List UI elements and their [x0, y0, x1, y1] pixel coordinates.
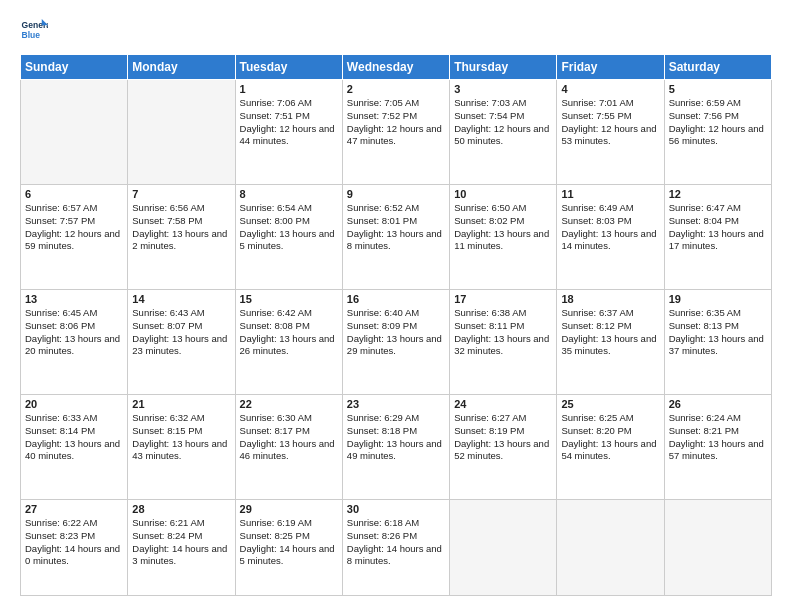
day-number: 12: [669, 188, 767, 200]
weekday-header: SundayMondayTuesdayWednesdayThursdayFrid…: [21, 55, 772, 80]
calendar-day-cell: [450, 499, 557, 595]
day-number: 16: [347, 293, 445, 305]
day-number: 30: [347, 503, 445, 515]
weekday-header-cell: Thursday: [450, 55, 557, 80]
calendar-week-row: 20Sunrise: 6:33 AM Sunset: 8:14 PM Dayli…: [21, 394, 772, 499]
calendar-day-cell: 17Sunrise: 6:38 AM Sunset: 8:11 PM Dayli…: [450, 289, 557, 394]
calendar-day-cell: 13Sunrise: 6:45 AM Sunset: 8:06 PM Dayli…: [21, 289, 128, 394]
calendar-day-cell: 6Sunrise: 6:57 AM Sunset: 7:57 PM Daylig…: [21, 184, 128, 289]
calendar-day-cell: 3Sunrise: 7:03 AM Sunset: 7:54 PM Daylig…: [450, 80, 557, 185]
day-number: 23: [347, 398, 445, 410]
day-info: Sunrise: 6:30 AM Sunset: 8:17 PM Dayligh…: [240, 412, 338, 463]
calendar-day-cell: 4Sunrise: 7:01 AM Sunset: 7:55 PM Daylig…: [557, 80, 664, 185]
day-info: Sunrise: 6:47 AM Sunset: 8:04 PM Dayligh…: [669, 202, 767, 253]
svg-text:Blue: Blue: [22, 30, 41, 40]
day-number: 29: [240, 503, 338, 515]
page: General Blue SundayMondayTuesdayWednesda…: [0, 0, 792, 612]
day-number: 8: [240, 188, 338, 200]
calendar-day-cell: 22Sunrise: 6:30 AM Sunset: 8:17 PM Dayli…: [235, 394, 342, 499]
day-number: 25: [561, 398, 659, 410]
weekday-header-cell: Friday: [557, 55, 664, 80]
day-info: Sunrise: 6:35 AM Sunset: 8:13 PM Dayligh…: [669, 307, 767, 358]
day-info: Sunrise: 6:52 AM Sunset: 8:01 PM Dayligh…: [347, 202, 445, 253]
day-number: 21: [132, 398, 230, 410]
calendar-day-cell: 16Sunrise: 6:40 AM Sunset: 8:09 PM Dayli…: [342, 289, 449, 394]
day-number: 17: [454, 293, 552, 305]
day-number: 14: [132, 293, 230, 305]
day-number: 24: [454, 398, 552, 410]
calendar-week-row: 1Sunrise: 7:06 AM Sunset: 7:51 PM Daylig…: [21, 80, 772, 185]
calendar-day-cell: [128, 80, 235, 185]
day-number: 20: [25, 398, 123, 410]
calendar-day-cell: 23Sunrise: 6:29 AM Sunset: 8:18 PM Dayli…: [342, 394, 449, 499]
day-info: Sunrise: 6:22 AM Sunset: 8:23 PM Dayligh…: [25, 517, 123, 568]
calendar-day-cell: 20Sunrise: 6:33 AM Sunset: 8:14 PM Dayli…: [21, 394, 128, 499]
calendar-day-cell: 25Sunrise: 6:25 AM Sunset: 8:20 PM Dayli…: [557, 394, 664, 499]
calendar-day-cell: 30Sunrise: 6:18 AM Sunset: 8:26 PM Dayli…: [342, 499, 449, 595]
calendar-day-cell: 11Sunrise: 6:49 AM Sunset: 8:03 PM Dayli…: [557, 184, 664, 289]
day-number: 9: [347, 188, 445, 200]
day-info: Sunrise: 6:24 AM Sunset: 8:21 PM Dayligh…: [669, 412, 767, 463]
calendar-day-cell: 26Sunrise: 6:24 AM Sunset: 8:21 PM Dayli…: [664, 394, 771, 499]
day-number: 13: [25, 293, 123, 305]
day-info: Sunrise: 6:49 AM Sunset: 8:03 PM Dayligh…: [561, 202, 659, 253]
calendar-week-row: 6Sunrise: 6:57 AM Sunset: 7:57 PM Daylig…: [21, 184, 772, 289]
day-info: Sunrise: 6:43 AM Sunset: 8:07 PM Dayligh…: [132, 307, 230, 358]
day-number: 22: [240, 398, 338, 410]
day-number: 19: [669, 293, 767, 305]
logo: General Blue: [20, 16, 48, 44]
day-info: Sunrise: 6:19 AM Sunset: 8:25 PM Dayligh…: [240, 517, 338, 568]
day-number: 5: [669, 83, 767, 95]
day-info: Sunrise: 6:59 AM Sunset: 7:56 PM Dayligh…: [669, 97, 767, 148]
day-number: 15: [240, 293, 338, 305]
calendar-day-cell: 1Sunrise: 7:06 AM Sunset: 7:51 PM Daylig…: [235, 80, 342, 185]
day-number: 3: [454, 83, 552, 95]
calendar-day-cell: 27Sunrise: 6:22 AM Sunset: 8:23 PM Dayli…: [21, 499, 128, 595]
day-number: 10: [454, 188, 552, 200]
calendar-day-cell: 14Sunrise: 6:43 AM Sunset: 8:07 PM Dayli…: [128, 289, 235, 394]
calendar-day-cell: 2Sunrise: 7:05 AM Sunset: 7:52 PM Daylig…: [342, 80, 449, 185]
day-info: Sunrise: 7:03 AM Sunset: 7:54 PM Dayligh…: [454, 97, 552, 148]
weekday-header-cell: Saturday: [664, 55, 771, 80]
day-number: 11: [561, 188, 659, 200]
calendar-day-cell: 24Sunrise: 6:27 AM Sunset: 8:19 PM Dayli…: [450, 394, 557, 499]
calendar-day-cell: 5Sunrise: 6:59 AM Sunset: 7:56 PM Daylig…: [664, 80, 771, 185]
calendar-day-cell: [557, 499, 664, 595]
calendar-day-cell: 9Sunrise: 6:52 AM Sunset: 8:01 PM Daylig…: [342, 184, 449, 289]
weekday-header-cell: Sunday: [21, 55, 128, 80]
day-number: 7: [132, 188, 230, 200]
day-info: Sunrise: 6:56 AM Sunset: 7:58 PM Dayligh…: [132, 202, 230, 253]
calendar-day-cell: 21Sunrise: 6:32 AM Sunset: 8:15 PM Dayli…: [128, 394, 235, 499]
day-info: Sunrise: 6:21 AM Sunset: 8:24 PM Dayligh…: [132, 517, 230, 568]
calendar-day-cell: 12Sunrise: 6:47 AM Sunset: 8:04 PM Dayli…: [664, 184, 771, 289]
calendar-week-row: 13Sunrise: 6:45 AM Sunset: 8:06 PM Dayli…: [21, 289, 772, 394]
day-info: Sunrise: 6:45 AM Sunset: 8:06 PM Dayligh…: [25, 307, 123, 358]
calendar-week-row: 27Sunrise: 6:22 AM Sunset: 8:23 PM Dayli…: [21, 499, 772, 595]
day-info: Sunrise: 6:37 AM Sunset: 8:12 PM Dayligh…: [561, 307, 659, 358]
day-number: 26: [669, 398, 767, 410]
day-number: 4: [561, 83, 659, 95]
day-info: Sunrise: 6:50 AM Sunset: 8:02 PM Dayligh…: [454, 202, 552, 253]
header: General Blue: [20, 16, 772, 44]
day-number: 2: [347, 83, 445, 95]
day-info: Sunrise: 7:06 AM Sunset: 7:51 PM Dayligh…: [240, 97, 338, 148]
day-number: 1: [240, 83, 338, 95]
day-info: Sunrise: 7:01 AM Sunset: 7:55 PM Dayligh…: [561, 97, 659, 148]
day-info: Sunrise: 6:32 AM Sunset: 8:15 PM Dayligh…: [132, 412, 230, 463]
day-info: Sunrise: 7:05 AM Sunset: 7:52 PM Dayligh…: [347, 97, 445, 148]
calendar-day-cell: 28Sunrise: 6:21 AM Sunset: 8:24 PM Dayli…: [128, 499, 235, 595]
day-info: Sunrise: 6:40 AM Sunset: 8:09 PM Dayligh…: [347, 307, 445, 358]
day-info: Sunrise: 6:18 AM Sunset: 8:26 PM Dayligh…: [347, 517, 445, 568]
weekday-header-cell: Monday: [128, 55, 235, 80]
calendar-day-cell: 18Sunrise: 6:37 AM Sunset: 8:12 PM Dayli…: [557, 289, 664, 394]
calendar-day-cell: [21, 80, 128, 185]
day-info: Sunrise: 6:42 AM Sunset: 8:08 PM Dayligh…: [240, 307, 338, 358]
day-info: Sunrise: 6:54 AM Sunset: 8:00 PM Dayligh…: [240, 202, 338, 253]
calendar-table: SundayMondayTuesdayWednesdayThursdayFrid…: [20, 54, 772, 596]
calendar-day-cell: [664, 499, 771, 595]
calendar-day-cell: 29Sunrise: 6:19 AM Sunset: 8:25 PM Dayli…: [235, 499, 342, 595]
day-number: 18: [561, 293, 659, 305]
day-info: Sunrise: 6:33 AM Sunset: 8:14 PM Dayligh…: [25, 412, 123, 463]
day-info: Sunrise: 6:38 AM Sunset: 8:11 PM Dayligh…: [454, 307, 552, 358]
weekday-header-cell: Wednesday: [342, 55, 449, 80]
